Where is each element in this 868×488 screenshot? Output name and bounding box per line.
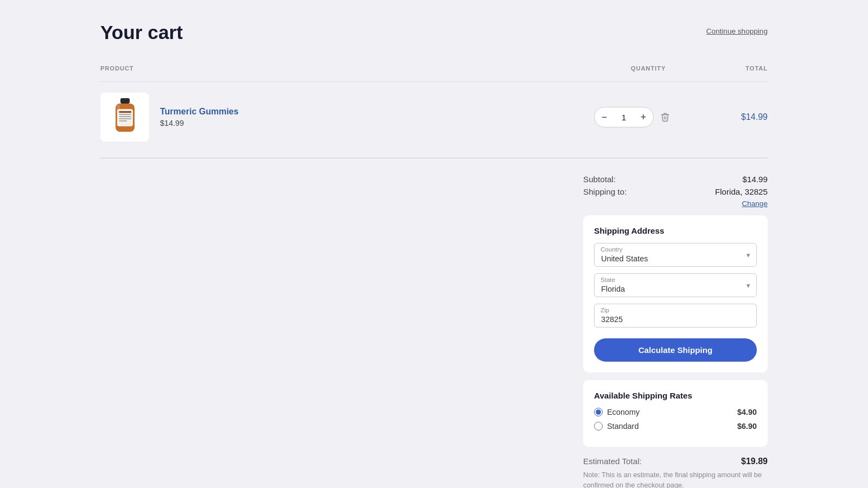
subtotal-row: Subtotal: $14.99	[583, 175, 768, 184]
svg-rect-8	[117, 105, 120, 126]
product-price: $14.99	[160, 119, 239, 127]
rate-standard-label[interactable]: Standard	[594, 422, 639, 431]
calculate-shipping-button[interactable]: Calculate Shipping	[594, 338, 757, 362]
shipping-to-row: Shipping to: Florida, 32825	[583, 187, 768, 196]
country-select[interactable]: United States Canada United Kingdom	[594, 243, 757, 267]
quantity-value: 1	[614, 113, 634, 122]
product-name: Turmeric Gummies	[160, 107, 239, 117]
quantity-control: − 1 +	[594, 107, 703, 127]
svg-rect-4	[119, 114, 131, 115]
table-row: Turmeric Gummies $14.99 − 1 + $14.99	[100, 81, 768, 152]
page-title: Your cart	[100, 22, 183, 43]
rate-standard-radio[interactable]	[594, 422, 603, 431]
quantity-increase-button[interactable]: +	[634, 107, 653, 127]
product-bottle-icon	[110, 97, 140, 138]
shipping-to-value: Florida, 32825	[715, 187, 768, 196]
cart-divider	[100, 158, 768, 158]
column-header-product: PRODUCT	[100, 65, 594, 72]
svg-rect-0	[120, 98, 130, 104]
column-header-quantity: QUANTITY	[594, 65, 703, 72]
zip-field: Zip	[594, 304, 757, 328]
shipping-address-card: Shipping Address Country United States C…	[583, 215, 768, 373]
shipping-address-title: Shipping Address	[594, 226, 757, 235]
state-select[interactable]: Florida California New York Texas	[594, 273, 757, 297]
rate-standard-option: Standard $6.90	[594, 422, 757, 431]
rate-standard-price: $6.90	[737, 422, 757, 431]
estimated-total-value: $19.89	[741, 457, 768, 466]
shipping-rates-card: Available Shipping Rates Economy $4.90 S…	[583, 380, 768, 447]
estimated-total-label: Estimated Total:	[583, 457, 642, 466]
svg-rect-5	[119, 116, 131, 117]
subtotal-label: Subtotal:	[583, 175, 616, 184]
zip-input[interactable]	[594, 304, 757, 328]
continue-shopping-link[interactable]: Continue shopping	[706, 27, 768, 35]
change-shipping-link[interactable]: Change	[583, 200, 768, 208]
rate-economy-radio[interactable]	[594, 408, 603, 416]
rate-economy-text: Economy	[607, 408, 640, 416]
subtotal-value: $14.99	[743, 175, 768, 184]
rates-title: Available Shipping Rates	[594, 391, 757, 400]
rate-economy-option: Economy $4.90	[594, 408, 757, 416]
rate-economy-label[interactable]: Economy	[594, 408, 640, 416]
product-image	[100, 93, 149, 142]
svg-rect-3	[119, 111, 131, 113]
line-total: $14.99	[703, 112, 768, 122]
trash-icon	[660, 112, 670, 122]
rate-standard-text: Standard	[607, 422, 639, 431]
column-header-total: TOTAL	[703, 65, 768, 72]
svg-rect-6	[119, 118, 131, 119]
state-field: State Florida California New York Texas …	[594, 273, 757, 297]
rate-economy-price: $4.90	[737, 408, 757, 416]
estimated-total-row: Estimated Total: $19.89	[583, 457, 768, 466]
svg-rect-7	[119, 120, 127, 121]
shipping-note: Note: This is an estimate, the final shi…	[583, 470, 768, 488]
quantity-decrease-button[interactable]: −	[595, 107, 614, 127]
shipping-to-label: Shipping to:	[583, 187, 627, 196]
delete-item-button[interactable]	[658, 110, 672, 124]
country-field: Country United States Canada United King…	[594, 243, 757, 267]
